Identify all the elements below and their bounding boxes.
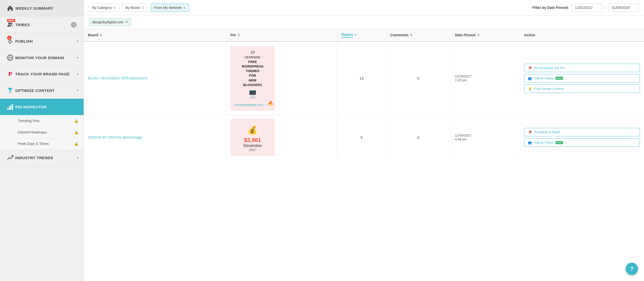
comments-cell: 0 <box>386 115 451 160</box>
repins-cell: 5 <box>337 115 386 160</box>
table-row: BLOG + BUSINESS TIPS (education) 10 femi… <box>84 42 644 115</box>
table-header-row: Board ⇅ Pin ⇅ Repins ▾ <box>84 29 644 42</box>
sidebar-subitem-trending-pins[interactable]: Trending Pins 🔒 <box>0 115 84 127</box>
svg-rect-8 <box>9 106 10 110</box>
find-similar-content-button[interactable]: 💡 Find Similar Content <box>524 85 640 93</box>
th-repins[interactable]: Repins ▾ <box>337 29 386 42</box>
th-pin[interactable]: Pin ⇅ <box>226 29 337 42</box>
find-similar-label: Find Similar Content <box>534 87 564 91</box>
pin-cell: 10 feminine FREE WORDPRESS THEMES FOR NE… <box>226 42 337 115</box>
funnel-icon <box>5 87 15 94</box>
lightbulb-icon: 💡 <box>528 87 532 91</box>
sidebar-item-tribes[interactable]: NEW! Tribes 0 <box>0 16 84 33</box>
results-table: Board ⇅ Pin ⇅ Repins ▾ <box>84 29 644 160</box>
pin-image-card: 💰 $2,861 November 2017 <box>230 119 275 156</box>
sort-active-icon: ▾ <box>355 33 356 37</box>
results-table-area: Board ⇅ Pin ⇅ Repins ▾ <box>84 29 644 281</box>
chevron-down-icon: ▾ <box>77 156 78 160</box>
pin-inspector-icon <box>5 103 15 110</box>
board-cell: DESIGN BY DIGITAL (technology) <box>84 115 226 160</box>
action-cell: 📌 Schedule a Repin 👥 Add to Tribes New! <box>520 115 644 160</box>
th-comments[interactable]: Comments ⇅ <box>386 29 451 42</box>
th-board[interactable]: Board ⇅ <box>84 29 226 42</box>
sidebar-item-track-brand[interactable]: P Track Your Brand Page ▾ <box>0 66 84 82</box>
external-link-icon: ↗ <box>265 103 268 107</box>
schedule-icon: 📌 <box>528 130 532 134</box>
comments-col-label: Comments <box>390 33 409 37</box>
board-cell: BLOG + BUSINESS TIPS (education) <box>84 42 226 115</box>
reschedule-pin-button[interactable]: 📌 Re-Schedule this Pin <box>524 64 640 72</box>
main-content: By Category ⇅ By Board ⇅ From My Website… <box>84 0 644 281</box>
date-filter-section: Filter by Date Pinned: - <box>532 4 639 12</box>
repins-cell: 13 <box>337 42 386 115</box>
action-buttons: 📌 Re-Schedule this Pin 👥 Add to Tribes N… <box>524 64 640 93</box>
pin-card-title: 10 feminine FREE WORDPRESS THEMES FOR NE… <box>234 50 271 87</box>
by-category-label: By Category <box>92 6 112 10</box>
svg-rect-7 <box>7 108 8 110</box>
date-from-input[interactable] <box>572 4 602 12</box>
pin-image-card: 10 feminine FREE WORDPRESS THEMES FOR NE… <box>230 46 275 111</box>
sort-icon: ⇅ <box>100 33 102 37</box>
sidebar-item-pin-inspector[interactable]: Pin Inspector <box>0 99 84 115</box>
th-date-pinned[interactable]: Date Pinned ⇅ <box>451 29 520 42</box>
lock-icon: 🔒 <box>74 130 78 134</box>
help-button[interactable]: ? <box>626 263 638 275</box>
sort-icon: ⇅ <box>237 33 240 37</box>
subitem-label: Peak Days & Times <box>18 142 74 146</box>
from-my-website-label: From My Website <box>154 6 182 10</box>
from-my-website-dropdown[interactable]: From My Website ⇅ <box>151 4 189 12</box>
schedule-repin-button[interactable]: 📌 Schedule a Repin <box>524 128 640 136</box>
pin-year: 2017 <box>234 148 271 152</box>
sidebar-item-publish[interactable]: 1 Publish ▾ <box>0 33 84 49</box>
svg-rect-10 <box>12 104 13 110</box>
add-tribes-label: Add to Tribes <box>534 76 554 80</box>
action-buttons: 📌 Schedule a Repin 👥 Add to Tribes New! <box>524 128 640 147</box>
trending-icon <box>5 154 15 161</box>
board-link[interactable]: BLOG + BUSINESS TIPS (education) <box>88 76 147 80</box>
date-to-input[interactable] <box>608 4 639 12</box>
globe-icon <box>5 54 15 61</box>
pin-site-link[interactable]: designbydigital.com ↗ <box>234 103 268 107</box>
sidebar-item-monitor-domain[interactable]: Monitor Your Domain ▾ <box>0 49 84 66</box>
sidebar-item-weekly-summary[interactable]: Weekly Summary › <box>0 0 84 16</box>
by-board-dropdown[interactable]: By Board ⇅ <box>122 4 148 12</box>
sidebar-item-label: Monitor Your Domain <box>15 56 77 60</box>
schedule-label: Schedule a Repin <box>534 130 560 134</box>
date-separator: - <box>605 5 606 10</box>
sidebar-item-label: Tribes <box>15 23 71 27</box>
sidebar-item-industry-trends[interactable]: Industry Trends ▾ <box>0 150 84 166</box>
chevron-right-icon: › <box>77 6 78 10</box>
notify-badge: 1 <box>7 36 12 40</box>
board-link[interactable]: DESIGN BY DIGITAL (technology) <box>88 135 142 139</box>
monitor-icon: 🖥️ <box>234 90 271 98</box>
filter-bar: By Category ⇅ By Board ⇅ From My Website… <box>84 0 644 15</box>
pin-month: November <box>234 143 271 148</box>
pin-site-text: designbydigital.com <box>234 103 263 107</box>
lock-icon: 🔒 <box>74 119 78 123</box>
sidebar-item-label: Industry Trends <box>15 156 77 160</box>
board-col-label: Board <box>88 33 98 37</box>
pinterest-icon: P <box>5 71 15 77</box>
by-category-dropdown[interactable]: By Category ⇅ <box>89 4 119 12</box>
sidebar-item-label: Optimize Content <box>15 88 77 93</box>
add-to-tribes-button[interactable]: 👥 Add to Tribes New! <box>524 74 640 82</box>
action-cell: 📌 Re-Schedule this Pin 👥 Add to Tribes N… <box>520 42 644 115</box>
new-badge: NEW! <box>7 19 15 22</box>
new-badge: New! <box>556 77 563 80</box>
add-to-tribes-button-2[interactable]: 👥 Add to Tribes New! <box>524 138 640 147</box>
sidebar: Weekly Summary › NEW! Tribes 0 1 Publish… <box>0 0 84 281</box>
lock-icon: 🔒 <box>74 142 78 146</box>
sidebar-subitem-interest-heatmaps[interactable]: Interest Heatmaps 🔒 <box>0 127 84 138</box>
sidebar-item-label: Track Your Brand Page <box>15 72 77 76</box>
reschedule-icon: 📌 <box>528 66 532 70</box>
sidebar-subitem-peak-days[interactable]: Peak Days & Times 🔒 <box>0 138 84 150</box>
chevron-down-icon: ▾ <box>77 56 78 60</box>
date-pinned-cell: 12/08/2017 4:48 pm <box>451 115 520 160</box>
subitem-label: Trending Pins <box>18 119 74 123</box>
chevron-down-icon: ▾ <box>77 72 78 76</box>
question-mark-icon: ? <box>630 266 633 272</box>
sort-icon: ⇅ <box>477 33 480 37</box>
sidebar-item-optimize-content[interactable]: Optimize Content ▾ <box>0 82 84 99</box>
date-pinned-col-label: Date Pinned <box>455 33 476 37</box>
remove-filter-tag-button[interactable]: × <box>125 20 128 24</box>
